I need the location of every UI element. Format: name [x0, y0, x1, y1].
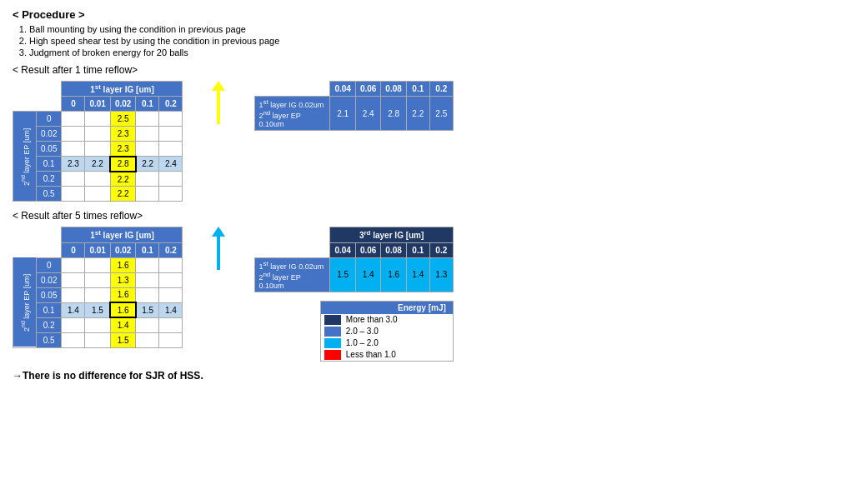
table-row: 2nd layer EP [um] 0 2.5	[13, 112, 183, 127]
arrow-up-yellow-1	[212, 81, 225, 124]
result1-title: < Result after 1 time reflow>	[13, 64, 855, 76]
legend-item-1: More than 3.0	[321, 314, 453, 326]
legend-box: Energy [mJ] More than 3.0 2.0 – 3.0 1.0 …	[320, 301, 454, 362]
table-row: 0.1 2.3 2.2 2.8 2.2 2.4	[13, 157, 183, 172]
result1-main-table: 1st layer IG [um] 0 0.01 0.02 0.1 0.2 2n…	[13, 81, 183, 202]
table-row: 0.02 2.3	[13, 127, 183, 142]
result5-tables-row: 1st layer IG [um] 0 0.01 0.02 0.1 0.2 2n…	[13, 227, 855, 361]
procedure-title: < Procedure >	[13, 8, 855, 21]
table-row: 1st layer IG 0.02um 2nd layer EP 0.10um …	[255, 257, 453, 292]
table-row: 1st layer IG 0.02um 2nd layer EP 0.10um …	[255, 97, 453, 131]
table-row: 0.05 1.6	[13, 287, 183, 302]
table-row: 0.05 2.3	[13, 142, 183, 157]
result5-col-header: 1st layer IG [um]	[62, 227, 183, 242]
table-row: 0.5 1.5	[13, 332, 183, 347]
result5-title: < Result after 5 times reflow>	[13, 210, 855, 222]
procedure-section: < Procedure > Ball mounting by using the…	[13, 8, 855, 57]
legend-item-2: 2.0 – 3.0	[321, 326, 453, 337]
table-row: 0.2 2.2	[13, 172, 183, 187]
legend-item-4: Less than 1.0	[321, 349, 453, 361]
table-row: 0.1 1.4 1.5 1.6 1.5 1.4	[13, 302, 183, 317]
result5-summary-table: 3rd layer IG [um] 0.04 0.06 0.08 0.1 0.2…	[254, 227, 453, 292]
bottom-note: →There is no difference for SJR of HSS.	[13, 370, 855, 382]
legend-label-4: Less than 1.0	[346, 350, 396, 359]
table-row: 0.5 2.2	[13, 187, 183, 202]
table-row: 2nd layer EP [um] 0 1.6	[13, 257, 183, 272]
procedure-item-2: High speed shear test by using the condi…	[29, 36, 855, 46]
result1-col-header: 1st layer IG [um]	[62, 82, 183, 97]
arrow-up-cyan-1	[212, 227, 225, 270]
procedure-item-3: Judgment of broken energy for 20 balls	[29, 47, 855, 57]
table-row: 0.2 1.4	[13, 317, 183, 332]
legend-label-2: 2.0 – 3.0	[346, 327, 379, 336]
legend-color-red	[324, 350, 341, 360]
legend-color-cyan	[324, 338, 341, 348]
result1-tables-row: 1st layer IG [um] 0 0.01 0.02 0.1 0.2 2n…	[13, 81, 855, 202]
legend-header: Energy [mJ]	[321, 302, 453, 314]
result1-summary-table: 0.04 0.06 0.08 0.1 0.2 1st layer IG 0.02…	[254, 81, 453, 131]
table-row: 0.02 1.3	[13, 272, 183, 287]
result5-main-table: 1st layer IG [um] 0 0.01 0.02 0.1 0.2 2n…	[13, 227, 183, 347]
result5-summary-section: 3rd layer IG [um] 0.04 0.06 0.08 0.1 0.2…	[254, 227, 453, 361]
procedure-item-1: Ball mounting by using the condition in …	[29, 24, 855, 34]
legend-label-3: 1.0 – 2.0	[346, 338, 379, 347]
legend-color-blue	[324, 327, 341, 337]
result1-summary-section: 0.04 0.06 0.08 0.1 0.2 1st layer IG 0.02…	[254, 81, 453, 131]
legend-item-3: 1.0 – 2.0	[321, 337, 453, 349]
legend-label-1: More than 3.0	[346, 315, 398, 324]
procedure-list: Ball mounting by using the condition in …	[29, 24, 855, 57]
legend-color-dark	[324, 315, 341, 325]
